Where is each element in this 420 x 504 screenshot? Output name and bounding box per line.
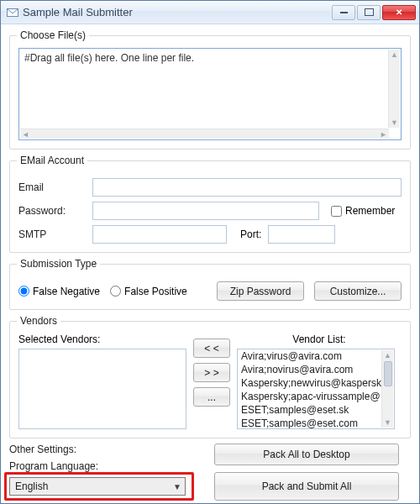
remember-checkbox-label[interactable]: Remember <box>331 205 395 217</box>
remember-checkbox[interactable] <box>331 206 342 217</box>
language-value: English <box>15 480 48 492</box>
customize-button[interactable]: Customize... <box>314 281 402 301</box>
list-item[interactable]: ESET;samples@eset.com <box>238 417 381 429</box>
client-area: Choose File(s) #Drag all file(s) here. O… <box>1 24 419 503</box>
vendors-group: Vendors Selected Vendors: < < > > ... Ve… <box>9 315 411 438</box>
scroll-down-icon[interactable]: ▼ <box>382 417 393 428</box>
false-negative-radio-label[interactable]: False Negative <box>18 286 100 297</box>
choose-files-legend: Choose File(s) <box>17 29 89 41</box>
titlebar: Sample Mail Submitter ✕ <box>1 1 419 24</box>
vertical-scrollbar[interactable]: ▲ ▼ <box>388 50 400 128</box>
submission-type-legend: Submission Type <box>17 258 100 270</box>
more-button[interactable]: ... <box>193 387 230 407</box>
file-drop-area[interactable]: #Drag all file(s) here. One line per fil… <box>18 48 402 140</box>
app-window: Sample Mail Submitter ✕ Choose File(s) #… <box>0 0 420 504</box>
false-positive-text: False Positive <box>124 286 187 297</box>
other-settings-label: Other Settings: <box>9 444 202 455</box>
list-item[interactable]: Avira;virus@avira.com <box>238 349 381 363</box>
list-item[interactable]: Avira;novirus@avira.com <box>238 363 381 376</box>
move-right-button[interactable]: > > <box>193 363 230 382</box>
smtp-label: SMTP <box>18 228 86 240</box>
selected-vendors-column: Selected Vendors: <box>18 333 186 429</box>
pack-to-desktop-button[interactable]: Pack All to Desktop <box>214 444 399 465</box>
false-positive-radio[interactable] <box>110 286 121 297</box>
scroll-left-icon[interactable]: ◄ <box>20 129 31 139</box>
move-buttons-column: < < > > ... <box>193 333 230 407</box>
email-account-group: EMail Account Email Password: Remember S… <box>9 155 411 253</box>
false-negative-radio[interactable] <box>18 286 29 297</box>
list-item[interactable]: Kaspersky;newvirus@kaspersk <box>238 376 381 390</box>
vendor-list-column: Vendor List: Avira;virus@avira.comAvira;… <box>237 333 402 429</box>
scroll-down-icon[interactable]: ▼ <box>389 118 400 128</box>
maximize-button[interactable] <box>357 5 381 20</box>
move-left-button[interactable]: < < <box>193 339 230 358</box>
vendor-list-label: Vendor List: <box>237 333 402 345</box>
email-label: Email <box>18 181 86 193</box>
pack-and-submit-button[interactable]: Pack and Submit All <box>214 472 399 501</box>
zip-password-button[interactable]: Zip Password <box>217 281 304 301</box>
scrollbar-thumb[interactable] <box>384 361 392 386</box>
smtp-field[interactable] <box>92 225 227 244</box>
app-icon <box>6 6 19 19</box>
list-item[interactable]: Kaspersky;apac-virussample@ <box>238 390 381 403</box>
scroll-up-icon[interactable]: ▲ <box>382 350 393 360</box>
port-field[interactable] <box>268 225 335 244</box>
false-negative-text: False Negative <box>33 286 100 297</box>
window-buttons: ✕ <box>332 5 416 20</box>
scroll-up-icon[interactable]: ▲ <box>389 50 400 60</box>
vendors-legend: Vendors <box>17 315 60 327</box>
email-account-legend: EMail Account <box>17 155 87 166</box>
port-label: Port: <box>240 228 261 240</box>
remember-text: Remember <box>345 205 395 217</box>
vendor-list[interactable]: Avira;virus@avira.comAvira;novirus@avira… <box>237 349 395 429</box>
close-button[interactable]: ✕ <box>382 5 416 20</box>
list-item[interactable]: ESET;samples@eset.sk <box>238 403 381 417</box>
false-positive-radio-label[interactable]: False Positive <box>110 286 187 297</box>
program-language-label: Program Language: <box>9 460 202 472</box>
selected-vendors-label: Selected Vendors: <box>18 333 186 345</box>
email-field[interactable] <box>92 178 402 197</box>
window-title: Sample Mail Submitter <box>23 6 332 18</box>
submission-type-group: Submission Type False Negative False Pos… <box>9 258 411 310</box>
language-combobox[interactable]: English ▼ <box>9 477 186 496</box>
minimize-button[interactable] <box>332 5 355 20</box>
password-label: Password: <box>18 205 86 217</box>
selected-vendors-list[interactable] <box>18 349 186 429</box>
file-drop-text: #Drag all file(s) here. One line per fil… <box>24 52 387 119</box>
choose-files-group: Choose File(s) #Drag all file(s) here. O… <box>9 29 411 150</box>
scroll-right-icon[interactable]: ► <box>378 129 389 139</box>
action-buttons-column: Pack All to Desktop Pack and Submit All <box>214 444 399 501</box>
chevron-down-icon: ▼ <box>173 482 181 491</box>
bottom-section: Other Settings: Program Language: Englis… <box>9 444 411 501</box>
other-settings-column: Other Settings: Program Language: Englis… <box>9 444 202 496</box>
horizontal-scrollbar[interactable]: ◄ ► <box>20 129 389 139</box>
password-field[interactable] <box>92 202 319 220</box>
